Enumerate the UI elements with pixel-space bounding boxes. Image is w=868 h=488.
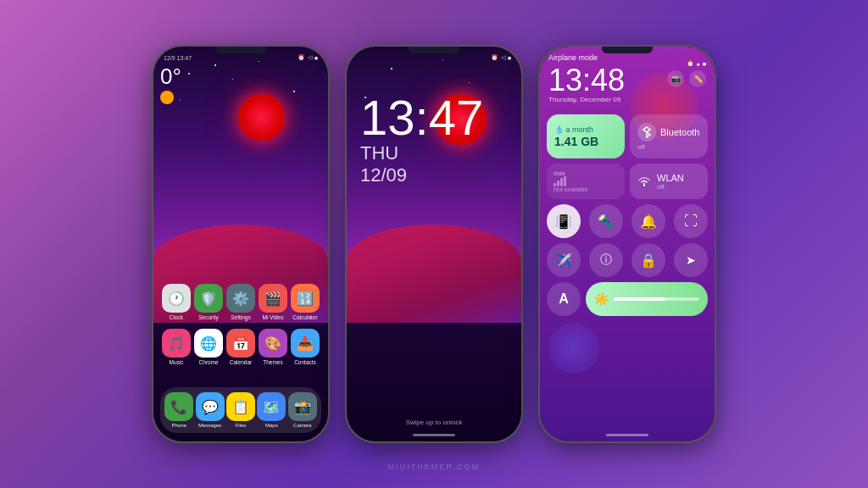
wlan-name: WLAN bbox=[657, 173, 684, 183]
bar-2 bbox=[557, 180, 559, 186]
app-calculator[interactable]: 🔢 Calculator bbox=[291, 284, 320, 320]
data-tile-label: 💧 a month bbox=[554, 125, 593, 134]
dock-phone[interactable]: 📞 Phone bbox=[164, 392, 193, 428]
lock-button[interactable]: 🔒 bbox=[632, 243, 665, 277]
brightness-control[interactable]: ☀️ bbox=[586, 282, 708, 316]
signal-icon-2: ◁ bbox=[501, 54, 505, 61]
calculator-icon: 🔢 bbox=[291, 284, 320, 313]
wlan-tile[interactable]: WLAN off bbox=[630, 164, 708, 199]
status-icons-1: ⏰ ◁ ■ bbox=[298, 54, 318, 61]
cc-edit-icon[interactable]: ✏️ bbox=[689, 70, 706, 87]
maps-icon: 🗺️ bbox=[257, 392, 286, 421]
cc-time-big: 13:48 bbox=[548, 65, 625, 96]
cc-camera-edit-icon[interactable]: 📷 bbox=[667, 70, 684, 87]
signal-sublabel: Not available bbox=[554, 186, 618, 192]
phone-label: Phone bbox=[172, 423, 186, 428]
star bbox=[391, 68, 392, 69]
camera-label: Camera bbox=[293, 423, 311, 428]
cc-row-2: data Not available bbox=[547, 164, 708, 199]
cc-date-text: Thursday, December 09 bbox=[548, 96, 625, 103]
info-button[interactable]: ⓘ bbox=[589, 243, 623, 277]
phone-3-control: Airplane mode ⏰ ● ■ 13:48 Thursday, Dece… bbox=[538, 45, 716, 443]
status-icons-2: ⏰ ◁ ■ bbox=[491, 54, 511, 61]
flashlight-button[interactable]: 🔦 bbox=[589, 204, 623, 238]
airplane-button[interactable]: ✈️ bbox=[547, 243, 581, 277]
bar-3 bbox=[560, 178, 563, 186]
security-icon: 🛡️ bbox=[194, 284, 223, 313]
app-security[interactable]: 🛡️ Security bbox=[194, 284, 223, 320]
screenshot-button[interactable]: ⛶ bbox=[674, 204, 708, 238]
a-label: A bbox=[559, 291, 569, 307]
battery-icon-2: ■ bbox=[508, 55, 511, 61]
files-icon: 📋 bbox=[226, 392, 255, 421]
brightness-bar bbox=[614, 297, 699, 301]
cc-row-1: 💧 a month 1.41 GB Bluetooth off bbox=[547, 114, 708, 158]
clock-label: Clock bbox=[170, 314, 183, 320]
app-mivideo[interactable]: 🎬 Mi Video bbox=[259, 284, 287, 320]
app-contacts[interactable]: 📥 Contacts bbox=[291, 329, 320, 365]
security-label: Security bbox=[198, 314, 218, 320]
camera-icon: 📸 bbox=[288, 392, 317, 421]
phone-1-home: 12/9 13:47 ⏰ ◁ ■ 0° 🕐 Clock 🛡️ Security bbox=[152, 45, 330, 443]
phone-2-lock: ⏰ ◁ ■ 13:47 THU 12/09 Swipe up to unlock bbox=[345, 45, 523, 443]
battery-icon: ■ bbox=[314, 55, 318, 61]
a-button[interactable]: A bbox=[547, 282, 581, 316]
vibrate-button[interactable]: 📳 bbox=[547, 204, 581, 238]
bluetooth-status: off bbox=[637, 143, 645, 151]
data-tile-value: 1.41 GB bbox=[554, 135, 598, 148]
status-time-1: 12/9 13:47 bbox=[164, 55, 192, 61]
data-tile[interactable]: 💧 a month 1.41 GB bbox=[547, 114, 625, 158]
app-calendar[interactable]: 📅 Calendar bbox=[226, 329, 255, 365]
app-chrome[interactable]: 🌐 Chrome bbox=[194, 329, 223, 365]
home-indicator-3 bbox=[606, 434, 648, 436]
temperature: 0° bbox=[160, 65, 181, 87]
wifi-icon bbox=[637, 175, 652, 189]
settings-icon: ⚙️ bbox=[226, 284, 255, 313]
status-bar-2: ⏰ ◁ ■ bbox=[347, 47, 521, 65]
location-button[interactable]: ➤ bbox=[674, 243, 708, 277]
mivideo-icon: 🎬 bbox=[259, 284, 287, 313]
settings-label: Settings bbox=[231, 314, 251, 320]
bluetooth-tile[interactable]: Bluetooth off bbox=[630, 114, 708, 158]
phone-2-screen: ⏰ ◁ ■ 13:47 THU 12/09 Swipe up to unlock bbox=[347, 47, 521, 441]
app-clock[interactable]: 🕐 Clock bbox=[162, 284, 191, 320]
themes-icon: 🎨 bbox=[259, 329, 287, 358]
themes-label: Themes bbox=[263, 359, 282, 365]
bluetooth-icon bbox=[637, 123, 656, 141]
cc-edit-icons: 📷 ✏️ bbox=[667, 70, 706, 87]
cc-buttons-row-2: ✈️ ⓘ 🔒 ➤ bbox=[547, 243, 708, 277]
bluetooth-label: Bluetooth bbox=[660, 127, 699, 137]
dock: 📞 Phone 💬 Messages 📋 Files 🗺️ Maps 📸 Cam… bbox=[160, 387, 321, 433]
cc-signal-icon: ● bbox=[697, 61, 700, 67]
wlan-status: off bbox=[657, 183, 684, 191]
weather-widget: 0° bbox=[160, 65, 181, 104]
calendar-label: Calendar bbox=[230, 359, 252, 365]
home-indicator-2 bbox=[413, 434, 455, 436]
notification-button[interactable]: 🔔 bbox=[632, 204, 665, 238]
messages-icon: 💬 bbox=[196, 392, 225, 421]
app-row-2: 🎵 Music 🌐 Chrome 📅 Calendar 🎨 Themes 📥 bbox=[160, 329, 321, 365]
cc-bottom-row: A ☀️ bbox=[547, 282, 708, 316]
signal-tile[interactable]: data Not available bbox=[547, 164, 625, 199]
lock-time: 13:47 THU 12/09 bbox=[347, 93, 521, 187]
cc-widgets: 💧 a month 1.41 GB Bluetooth off bbox=[547, 114, 708, 316]
app-themes[interactable]: 🎨 Themes bbox=[259, 329, 287, 365]
lock-hour: 13:47 bbox=[360, 93, 521, 142]
alarm-icon: ⏰ bbox=[298, 54, 305, 61]
cc-time-display: 13:48 Thursday, December 09 bbox=[548, 65, 625, 103]
phone-1-screen: 12/9 13:47 ⏰ ◁ ■ 0° 🕐 Clock 🛡️ Security bbox=[153, 47, 328, 441]
cc-battery-icon: ■ bbox=[703, 61, 706, 67]
app-music[interactable]: 🎵 Music bbox=[162, 329, 191, 365]
weather-icon bbox=[160, 91, 174, 104]
signal-bars bbox=[554, 176, 618, 186]
app-settings[interactable]: ⚙️ Settings bbox=[226, 284, 255, 320]
calculator-label: Calculator bbox=[292, 314, 317, 320]
watermark: MIUITHEMER.COM bbox=[388, 463, 481, 471]
app-grid: 🕐 Clock 🛡️ Security ⚙️ Settings 🎬 Mi Vid… bbox=[153, 284, 328, 374]
dock-maps[interactable]: 🗺️ Maps bbox=[257, 392, 286, 428]
wlan-text: WLAN off bbox=[657, 173, 684, 191]
dock-files[interactable]: 📋 Files bbox=[226, 392, 255, 428]
dock-messages[interactable]: 💬 Messages bbox=[196, 392, 225, 428]
dock-camera[interactable]: 📸 Camera bbox=[288, 392, 317, 428]
maps-label: Maps bbox=[265, 423, 278, 428]
